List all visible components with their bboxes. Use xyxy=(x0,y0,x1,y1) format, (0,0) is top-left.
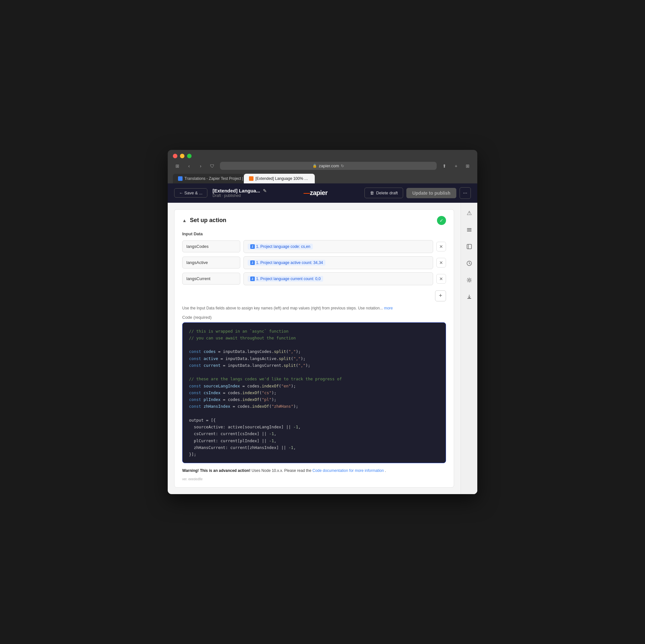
key-text-langscurrent: langsCurrent xyxy=(186,276,210,281)
code-line: const csIndex = codes.indexOf("cs"); xyxy=(189,389,439,396)
browser-toolbar: ⊞ ‹ › 🛡 🔒 zapier.com ↻ ⬆ + ⊞ xyxy=(173,162,472,171)
refresh-icon: ↻ xyxy=(341,164,344,168)
right-sidebar: ⚠ xyxy=(460,203,477,495)
app-title-area: [Extended] Langua... ✎ Draft · published xyxy=(213,188,267,198)
input-key-langscurrent[interactable]: langsCurrent xyxy=(182,273,240,285)
remove-langsactive-button[interactable]: ✕ xyxy=(436,258,446,268)
close-button[interactable] xyxy=(173,154,177,158)
app-header: ← Save & ... [Extended] Langua... ✎ Draf… xyxy=(168,184,477,203)
sidebar-warning-icon[interactable]: ⚠ xyxy=(464,208,474,218)
code-docs-link[interactable]: Code documentation for more information xyxy=(312,468,384,473)
minimize-button[interactable] xyxy=(180,154,185,158)
code-line: const codes = inputData.langsCodes.split… xyxy=(189,348,439,355)
update-publish-label: Update to publish xyxy=(412,191,450,196)
delete-draft-label: Delete draft xyxy=(376,191,398,195)
code-required-text: (required) xyxy=(194,315,212,320)
input-value-langscurrent[interactable]: Z 1. Project language current count: 0,0 xyxy=(243,272,433,285)
code-line: output = [{ xyxy=(189,417,439,423)
tab-zapier[interactable]: [Extended] Language 100% Translated -> S… xyxy=(244,174,315,184)
back-save-label: ← Save & ... xyxy=(179,191,203,195)
traffic-lights xyxy=(173,154,472,158)
zapier-tag-text-langscodes: 1. Project language code: cs,en xyxy=(256,244,310,249)
help-text-content: Use the Input Data fields above to assig… xyxy=(182,306,383,310)
code-line: const sourceLangIndex = codes.indexOf("e… xyxy=(189,383,439,389)
svg-rect-1 xyxy=(467,230,471,230)
svg-rect-3 xyxy=(467,244,471,249)
svg-rect-0 xyxy=(467,228,471,229)
content-wrapper: ▲ Set up action ✓ Input Data langsCodes xyxy=(168,209,460,488)
browser-nav-icons: ⊞ ‹ › 🛡 xyxy=(173,162,217,171)
maximize-button[interactable] xyxy=(187,154,192,158)
remove-langscurrent-button[interactable]: ✕ xyxy=(436,274,446,284)
sidebar-list-icon[interactable] xyxy=(464,225,474,235)
tab-translations-label: Translations - Zapier Test Project | Loc… xyxy=(185,176,244,181)
forward-button[interactable]: › xyxy=(196,162,205,171)
browser-chrome: ⊞ ‹ › 🛡 🔒 zapier.com ↻ ⬆ + ⊞ Translation… xyxy=(168,150,477,184)
code-label-text: Code xyxy=(182,315,192,320)
tab-translations[interactable]: Translations - Zapier Test Project | Loc… xyxy=(173,174,244,184)
code-line: const plIndex = codes.indexOf("pl"); xyxy=(189,396,439,403)
key-text-langscodes: langsCodes xyxy=(186,244,209,249)
share-icon[interactable]: ⬆ xyxy=(440,162,449,171)
setup-section: ▲ Set up action ✓ Input Data langsCodes xyxy=(174,209,454,488)
input-row: langsCodes Z 1. Project language code: c… xyxy=(182,240,446,253)
code-line xyxy=(189,341,439,348)
add-icon: + xyxy=(439,292,442,299)
code-editor[interactable]: // this is wrapped in an `async` functio… xyxy=(182,322,446,463)
code-line: // this is wrapped in an `async` functio… xyxy=(189,328,439,335)
svg-point-6 xyxy=(468,279,470,281)
code-line: const current = inputData.langsCurrent.s… xyxy=(189,362,439,369)
code-line: const zhHansIndex = codes.indexOf("zh#Ha… xyxy=(189,403,439,410)
collapse-icon[interactable]: ▲ xyxy=(182,218,187,223)
code-line: sourceActive: active[sourceLangIndex] ||… xyxy=(189,423,439,430)
add-row-button[interactable]: + xyxy=(435,290,446,301)
warning-end: . xyxy=(385,468,386,473)
app-title-text: [Extended] Langua... xyxy=(213,188,260,194)
version-text: ver. eeeded8e xyxy=(182,477,446,481)
key-text-langsactive: langsActive xyxy=(186,260,208,265)
shield-icon[interactable]: 🛡 xyxy=(208,162,217,171)
input-key-langsactive[interactable]: langsActive xyxy=(182,257,240,269)
code-line: plCurrent: current[plIndex] || -1, xyxy=(189,437,439,444)
input-key-langscodes[interactable]: langsCodes xyxy=(182,241,240,252)
help-text: Use the Input Data fields above to assig… xyxy=(182,305,446,311)
sidebar-book-icon[interactable] xyxy=(464,242,474,252)
update-publish-button[interactable]: Update to publish xyxy=(406,188,456,198)
zapier-tag-langsactive: Z 1. Project language active count: 34,3… xyxy=(248,260,326,266)
svg-rect-2 xyxy=(467,231,471,232)
back-save-button[interactable]: ← Save & ... xyxy=(174,188,207,198)
code-line: }]; xyxy=(189,451,439,458)
app-title: [Extended] Langua... ✎ xyxy=(213,188,267,194)
zapier-tag-icon-langsactive: Z xyxy=(250,261,255,265)
zapier-dash: — xyxy=(303,189,310,196)
sidebar-settings-icon[interactable] xyxy=(464,275,474,285)
tab-icon-blue xyxy=(178,176,183,181)
browser-window: ⊞ ‹ › 🛡 🔒 zapier.com ↻ ⬆ + ⊞ Translation… xyxy=(168,150,477,495)
section-header: ▲ Set up action ✓ xyxy=(182,216,446,225)
back-button[interactable]: ‹ xyxy=(185,162,194,171)
section-title: ▲ Set up action xyxy=(182,217,226,224)
sidebar-clock-icon[interactable] xyxy=(464,258,474,269)
more-link[interactable]: more xyxy=(384,306,393,310)
browser-tabs: Translations - Zapier Test Project | Loc… xyxy=(173,174,472,184)
zapier-tag-text-langsactive: 1. Project language active count: 34,34 xyxy=(256,261,323,265)
main-content: ▲ Set up action ✓ Input Data langsCodes xyxy=(168,203,477,495)
more-options-button[interactable]: ··· xyxy=(460,187,471,199)
grid-icon[interactable]: ⊞ xyxy=(463,162,472,171)
browser-right-icons: ⬆ + ⊞ xyxy=(440,162,472,171)
edit-icon[interactable]: ✎ xyxy=(263,188,267,194)
sidebar-download-icon[interactable] xyxy=(464,292,474,302)
input-value-langsactive[interactable]: Z 1. Project language active count: 34,3… xyxy=(243,256,433,269)
remove-langscodes-button[interactable]: ✕ xyxy=(436,242,446,251)
address-bar[interactable]: 🔒 zapier.com ↻ xyxy=(220,162,437,170)
header-actions: 🗑 Delete draft Update to publish ··· xyxy=(365,187,471,199)
app-subtitle: Draft · published xyxy=(213,194,267,198)
code-line: // you can use await throughout the func… xyxy=(189,335,439,341)
tab-icon-orange xyxy=(249,176,253,181)
new-tab-icon[interactable]: + xyxy=(451,162,460,171)
code-line: // these are the langs codes we'd like t… xyxy=(189,375,439,382)
delete-draft-button[interactable]: 🗑 Delete draft xyxy=(365,188,403,198)
window-layout-icon[interactable]: ⊞ xyxy=(173,162,182,171)
input-row-langscurrent: langsCurrent Z 1. Project language curre… xyxy=(182,272,446,285)
input-value-langscodes[interactable]: Z 1. Project language code: cs,en xyxy=(243,240,433,253)
